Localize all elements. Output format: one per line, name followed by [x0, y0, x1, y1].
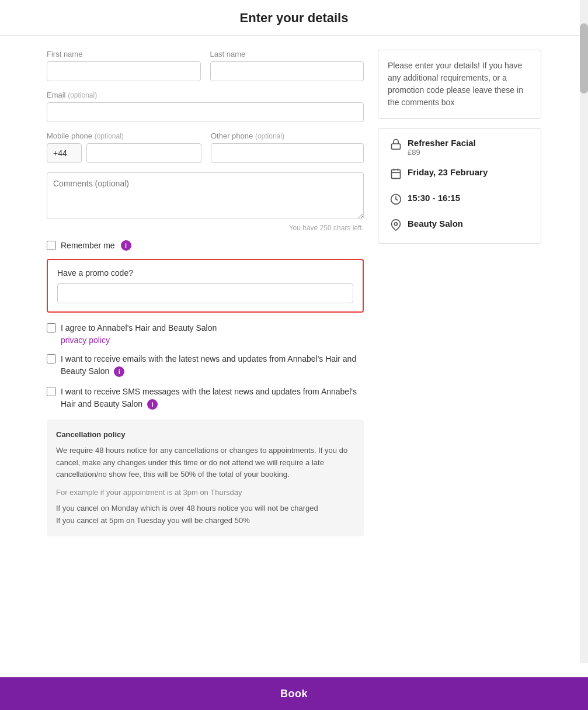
promo-label: Have a promo code? [57, 268, 353, 278]
date-row: Friday, 23 February [390, 167, 529, 182]
emails-agree-row: I want to receive emails with the latest… [47, 353, 364, 377]
last-name-group: Last name [210, 50, 364, 81]
email-group: Email (optional) [47, 91, 364, 122]
remember-me-label: Remember me [61, 241, 115, 250]
location-row: Beauty Salon [390, 219, 529, 234]
left-panel: First name Last name Email (optional) Mo… [47, 50, 364, 663]
svg-rect-1 [392, 169, 401, 178]
privacy-policy-link[interactable]: privacy policy [61, 335, 217, 345]
location-icon [390, 219, 402, 234]
mobile-input[interactable] [86, 143, 201, 163]
phone-row: Mobile phone (optional) Other phone (opt… [47, 131, 364, 163]
emails-checkbox[interactable] [47, 354, 56, 363]
first-name-label: First name [47, 50, 201, 58]
last-name-input[interactable] [210, 61, 364, 81]
other-phone-group: Other phone (optional) [211, 131, 364, 163]
mobile-group: Mobile phone (optional) [47, 131, 201, 163]
policy-example: For example if your appointment is at 3p… [56, 487, 354, 499]
date-icon [390, 168, 402, 182]
book-button[interactable]: Book [0, 677, 588, 710]
policy-body: We require 48 hours notice for any cance… [56, 445, 354, 481]
booking-summary: Refresher Facial £89 Friday, 23 February [378, 128, 541, 244]
promo-code-input[interactable] [57, 283, 353, 303]
mobile-phone-group [47, 143, 201, 163]
booking-date: Friday, 23 February [408, 167, 488, 177]
sms-agree-text: I want to receive SMS messages with the … [61, 386, 364, 410]
privacy-agree-text: I agree to Annabel's Hair and Beauty Sal… [61, 323, 217, 333]
privacy-agree-row: I agree to Annabel's Hair and Beauty Sal… [47, 322, 364, 345]
page-title: Enter your details [0, 11, 588, 26]
policy-title: Cancellation policy [56, 429, 354, 441]
last-name-label: Last name [210, 50, 364, 58]
service-icon [390, 138, 402, 153]
info-box: Please enter your details! If you have a… [378, 50, 541, 119]
chars-left-text: You have 250 chars left. [47, 224, 364, 232]
promo-code-box: Have a promo code? [47, 259, 364, 313]
time-icon [390, 193, 402, 208]
comments-group: You have 250 chars left. [47, 172, 364, 240]
other-phone-input[interactable] [211, 143, 364, 163]
textarea-wrapper [47, 172, 364, 221]
comments-textarea[interactable] [47, 172, 364, 219]
first-name-input[interactable] [47, 61, 201, 81]
book-label: Book [280, 688, 308, 700]
emails-info-icon[interactable]: i [114, 366, 124, 377]
email-label: Email (optional) [47, 91, 364, 99]
remember-me-row: Remember me i [47, 240, 364, 251]
privacy-checkbox[interactable] [47, 323, 56, 333]
sms-checkbox[interactable] [47, 387, 56, 396]
sms-agree-row: I want to receive SMS messages with the … [47, 386, 364, 410]
scroll-thumb[interactable] [580, 23, 588, 93]
service-info: Refresher Facial £89 [408, 138, 476, 157]
mobile-label: Mobile phone (optional) [47, 131, 201, 140]
privacy-agree-text-block: I agree to Annabel's Hair and Beauty Sal… [61, 322, 217, 345]
remember-me-info-icon[interactable]: i [121, 240, 131, 251]
other-phone-label: Other phone (optional) [211, 131, 364, 140]
svg-point-6 [395, 223, 398, 226]
scroll-track[interactable] [580, 0, 588, 663]
policy-detail2: If you cancel at 5pm on Tuesday you will… [56, 515, 354, 527]
right-panel: Please enter your details! If you have a… [378, 50, 541, 663]
service-row: Refresher Facial £89 [390, 138, 529, 157]
service-price: £89 [408, 148, 476, 157]
booking-location: Beauty Salon [408, 219, 463, 228]
first-name-group: First name [47, 50, 201, 81]
phone-prefix-input[interactable] [47, 143, 82, 163]
info-text: Please enter your details! If you have a… [388, 61, 523, 107]
emails-agree-text: I want to receive emails with the latest… [61, 353, 364, 377]
booking-time: 15:30 - 16:15 [408, 193, 460, 203]
svg-rect-0 [392, 144, 401, 149]
cancellation-policy-box: Cancellation policy We require 48 hours … [47, 420, 364, 536]
name-row: First name Last name [47, 50, 364, 81]
policy-detail1: If you cancel on Monday which is over 48… [56, 503, 354, 515]
sms-info-icon[interactable]: i [147, 399, 158, 410]
email-input[interactable] [47, 102, 364, 122]
remember-me-checkbox[interactable] [47, 241, 56, 250]
service-name: Refresher Facial [408, 138, 476, 148]
time-row: 15:30 - 16:15 [390, 193, 529, 208]
